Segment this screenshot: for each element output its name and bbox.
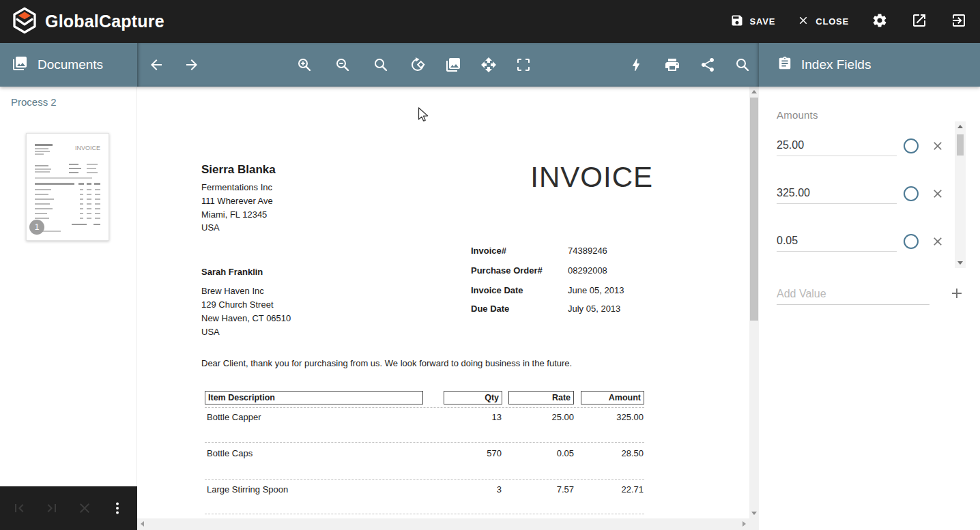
remove-value-button[interactable] <box>931 139 945 153</box>
remove-value-button[interactable] <box>931 235 945 248</box>
invoice-title: INVOICE <box>530 161 653 194</box>
customer-name: Sarah Franklin <box>201 267 263 277</box>
mouse-cursor <box>418 107 430 126</box>
row2-qty: 570 <box>487 448 502 458</box>
horizontal-scrollbar[interactable] <box>137 518 749 530</box>
share-button[interactable] <box>700 57 716 73</box>
top-bar-actions: SAVE CLOSE <box>730 13 968 31</box>
remove-x-icon <box>931 192 945 203</box>
row1-description: Bottle Capper <box>207 412 261 422</box>
amount-value-field[interactable]: 25.00 <box>777 133 897 156</box>
viewer-toolbar <box>137 43 759 87</box>
greeting-line: Dear Client, thank you for purchasing fr… <box>201 358 572 368</box>
pan-button[interactable] <box>480 57 497 73</box>
brand-name: GlobalCapture <box>45 12 164 31</box>
zoom-search-button[interactable] <box>373 57 389 73</box>
close-button[interactable]: CLOSE <box>797 14 849 29</box>
zoom-in-button[interactable] <box>296 57 313 73</box>
clipboard-icon <box>777 56 792 74</box>
page-thumbnail[interactable]: INVOICE <box>26 133 109 241</box>
rotate-button[interactable] <box>409 57 426 73</box>
close-label: CLOSE <box>816 16 849 27</box>
row3-amount: 22.71 <box>621 484 644 495</box>
row2-rate: 0.05 <box>557 448 574 458</box>
col-header-rate: Rate <box>508 391 574 404</box>
amount-field-row: 25.00 <box>777 133 962 158</box>
po-number-value: 08292008 <box>568 265 607 276</box>
due-date-label: Due Date <box>471 304 568 314</box>
vertical-scroll-thumb[interactable] <box>750 98 758 321</box>
row2-description: Bottle Caps <box>207 448 253 458</box>
row-separator <box>205 479 644 480</box>
scroll-left-arrow[interactable] <box>141 521 144 527</box>
scroll-down-arrow[interactable] <box>751 512 757 515</box>
last-page-button[interactable] <box>44 500 60 516</box>
search-icon <box>734 65 751 75</box>
forward-button[interactable] <box>184 57 200 73</box>
zoom-out-button[interactable] <box>334 57 351 73</box>
scroll-up-arrow[interactable] <box>751 90 757 93</box>
invoice-number-row: Invoice# 74389246 <box>471 246 662 256</box>
amount-value-field[interactable]: 325.00 <box>777 181 897 204</box>
svg-text:INVOICE: INVOICE <box>75 145 100 151</box>
select-circle-button[interactable] <box>904 138 919 153</box>
values-scroll-thumb[interactable] <box>957 134 964 156</box>
values-scrollbar[interactable] <box>955 121 966 268</box>
pages-icon <box>445 65 461 75</box>
row3-qty: 3 <box>497 484 502 495</box>
po-number-row: Purchase Order# 08292008 <box>471 265 662 276</box>
zoom-in-icon <box>296 65 313 75</box>
index-fields-header: Index Fields <box>759 43 980 87</box>
invoice-date-row: Invoice Date June 05, 2013 <box>471 285 662 295</box>
arrow-forward-icon <box>184 65 200 75</box>
vendor-city: Miami, FL 12345 <box>201 209 267 220</box>
pages-button[interactable] <box>445 57 461 73</box>
search-button[interactable] <box>734 57 751 73</box>
vendor-company: Fermentations Inc <box>201 182 272 192</box>
amount-value-field[interactable]: 0.05 <box>777 229 897 252</box>
sign-out-button[interactable] <box>950 13 968 31</box>
fullscreen-button[interactable] <box>515 57 532 73</box>
customer-address: 129 Church Street <box>201 299 274 310</box>
add-value-row <box>777 283 962 306</box>
vertical-scrollbar[interactable] <box>749 87 759 518</box>
globalcapture-logo-icon <box>11 7 38 37</box>
back-button[interactable] <box>148 57 164 73</box>
select-circle-button[interactable] <box>904 186 919 201</box>
more-options-button[interactable] <box>109 500 126 516</box>
add-value-input[interactable] <box>777 283 929 305</box>
row-separator <box>205 442 644 443</box>
last-page-icon <box>44 508 60 518</box>
select-circle-button[interactable] <box>904 234 919 249</box>
zoom-out-icon <box>334 65 351 75</box>
delete-page-button[interactable] <box>76 500 93 516</box>
flash-button[interactable] <box>628 57 644 73</box>
index-fields-panel: Amounts 25.00 325.00 0.05 <box>759 87 980 530</box>
row1-rate: 25.00 <box>551 412 574 422</box>
add-value-button[interactable] <box>949 285 965 301</box>
settings-button[interactable] <box>871 13 889 31</box>
row2-amount: 28.50 <box>621 448 644 458</box>
arrow-back-icon <box>148 65 164 75</box>
due-date-row: Due Date July 05, 2013 <box>471 304 662 314</box>
print-button[interactable] <box>664 57 680 73</box>
scroll-right-arrow[interactable] <box>743 521 746 527</box>
customer-country: USA <box>201 327 220 337</box>
customer-company: Brew Haven Inc <box>201 286 264 296</box>
open-in-new-button[interactable] <box>910 13 928 31</box>
document-viewer[interactable]: Sierra Blanka Fermentations Inc 111 Wher… <box>137 87 759 530</box>
save-icon <box>730 14 744 29</box>
scroll-down-arrow[interactable] <box>957 261 963 265</box>
open-in-new-icon <box>911 12 927 31</box>
sidebar-bottom-bar <box>0 486 137 530</box>
first-page-button[interactable] <box>11 500 27 516</box>
row3-description: Large Stirring Spoon <box>207 484 288 495</box>
save-button[interactable]: SAVE <box>730 14 776 29</box>
remove-value-button[interactable] <box>931 187 945 201</box>
invoice-number-value: 74389246 <box>568 246 607 256</box>
more-vert-icon <box>109 508 126 518</box>
row-separator <box>205 514 644 514</box>
pan-icon <box>480 65 497 75</box>
save-label: SAVE <box>750 16 776 27</box>
scroll-up-arrow[interactable] <box>957 125 963 128</box>
